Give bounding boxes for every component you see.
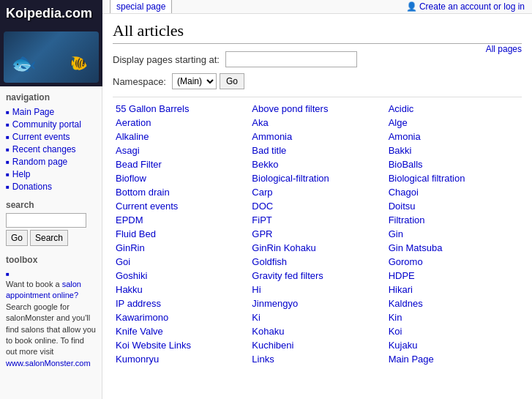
salonmonster-link[interactable]: www.salonMonster.com <box>6 359 91 368</box>
article-link[interactable]: Hikari <box>389 284 413 295</box>
article-link[interactable]: Goromo <box>389 256 423 267</box>
article-link[interactable]: Jinmengyo <box>252 298 298 309</box>
article-link[interactable]: Kin <box>389 312 402 323</box>
go-button[interactable]: Go <box>6 230 28 246</box>
table-row: AlkalineAmmoniaAmonia <box>113 130 522 143</box>
article-link[interactable]: Aeration <box>116 117 151 128</box>
table-row: IP addressJinmengyoKaldnes <box>113 297 522 310</box>
article-link[interactable]: Bekko <box>252 159 278 170</box>
article-link[interactable]: Goldfish <box>252 256 287 267</box>
logo-fish-bg: 🐟 🐠 <box>4 31 99 83</box>
nav-link[interactable]: Community portal <box>12 119 81 130</box>
article-link[interactable]: Kumonryu <box>116 354 159 365</box>
table-row: Fluid BedGPRGin <box>113 227 522 241</box>
display-label: Display pages starting at: <box>113 54 220 65</box>
table-row: KumonryuLinksMain Page <box>113 352 522 366</box>
nav-link[interactable]: Main Page <box>12 107 54 117</box>
article-link[interactable]: Kawarimono <box>116 312 168 323</box>
article-link[interactable]: Koi Website Links <box>116 340 191 351</box>
article-link[interactable]: Above pond filters <box>252 103 328 114</box>
create-account-link[interactable]: Create an account or log in <box>419 1 525 12</box>
article-link[interactable]: Carp <box>252 187 272 198</box>
nav-link[interactable]: Recent changes <box>12 144 76 154</box>
nav-link[interactable]: Current events <box>12 132 70 142</box>
nav-item: Donations <box>6 180 97 193</box>
article-link[interactable]: Knife Valve <box>116 326 163 337</box>
nav-link[interactable]: Donations <box>12 182 52 192</box>
namespace-select[interactable]: (Main) <box>172 73 217 89</box>
article-link[interactable]: Biological-filtration <box>252 173 329 184</box>
display-row: Display pages starting at: <box>113 51 486 67</box>
top-right-links: 👤 Create an account or log in <box>406 1 525 12</box>
article-link[interactable]: Kaldnes <box>389 298 423 309</box>
article-link[interactable]: EPDM <box>116 215 143 225</box>
search-input[interactable] <box>6 213 86 228</box>
article-link[interactable]: Links <box>252 354 274 365</box>
article-link[interactable]: Main Page <box>389 354 434 365</box>
article-link[interactable]: Kujaku <box>389 340 418 351</box>
article-link[interactable]: 55 Gallon Barrels <box>116 103 189 114</box>
article-link[interactable]: Bottom drain <box>116 187 170 198</box>
article-link[interactable]: Gin <box>389 228 403 239</box>
article-link[interactable]: Fluid Bed <box>116 228 156 239</box>
article-link[interactable]: Filtration <box>389 215 425 225</box>
table-row: AsagiBad titleBakki <box>113 143 522 157</box>
article-link[interactable]: Bioflow <box>116 173 146 184</box>
nav-link[interactable]: Help <box>12 169 31 179</box>
article-link[interactable]: Gin Matsuba <box>389 242 443 253</box>
divider <box>113 97 522 97</box>
article-link[interactable]: Doitsu <box>389 201 416 212</box>
article-link[interactable]: Asagi <box>116 145 140 156</box>
article-link[interactable]: Chagoi <box>389 187 419 198</box>
toolbox-text: Want to book a salon appointment online?… <box>6 279 96 369</box>
article-link[interactable]: Alge <box>389 117 408 128</box>
table-row: Koi Website LinksKuchibeniKujaku <box>113 338 522 352</box>
article-link[interactable]: DOC <box>252 201 273 212</box>
navigation-section: navigation Main PageCommunity portalCurr… <box>0 86 102 195</box>
navigation-list: Main PageCommunity portalCurrent eventsR… <box>6 105 97 193</box>
go-button-main[interactable]: Go <box>220 73 244 89</box>
article-link[interactable]: BioBalls <box>389 159 423 170</box>
article-link[interactable]: Aka <box>252 117 268 128</box>
toolbox-title: toolbox <box>6 255 96 265</box>
article-link[interactable]: IP address <box>116 298 161 309</box>
article-link[interactable]: Ki <box>252 312 261 323</box>
article-link[interactable]: Gravity fed filters <box>252 270 323 281</box>
table-row: Knife ValveKohakuKoi <box>113 324 522 338</box>
article-link[interactable]: Koi <box>389 326 402 337</box>
articles-table: 55 Gallon BarrelsAbove pond filtersAcidi… <box>113 102 522 366</box>
article-link[interactable]: Current events <box>116 201 178 212</box>
table-row: Current eventsDOCDoitsu <box>113 199 522 213</box>
article-link[interactable]: Goshiki <box>116 270 147 281</box>
article-link[interactable]: Amonia <box>389 131 421 142</box>
table-row: KawarimonoKiKin <box>113 310 522 324</box>
table-row: GoshikiGravity fed filtersHDPE <box>113 269 522 283</box>
article-link[interactable]: Kuchibeni <box>252 340 293 351</box>
logo-area: Koipedia.com 🐟 🐠 <box>0 0 102 86</box>
article-link[interactable]: Kohaku <box>252 326 284 337</box>
table-row: GoiGoldfishGoromo <box>113 255 522 269</box>
article-link[interactable]: Goi <box>116 256 130 267</box>
article-link[interactable]: Biological filtration <box>389 173 465 184</box>
article-link[interactable]: Bad title <box>252 145 286 156</box>
article-link[interactable]: Hakku <box>116 284 143 295</box>
search-section: search Go Search <box>0 195 102 250</box>
search-button[interactable]: Search <box>30 230 68 246</box>
article-link[interactable]: FiPT <box>252 215 271 225</box>
nav-link[interactable]: Random page <box>12 157 67 167</box>
display-input[interactable] <box>225 51 357 67</box>
article-link[interactable]: GPR <box>252 228 272 239</box>
article-link[interactable]: Bakki <box>389 145 412 156</box>
navigation-title: navigation <box>6 92 97 102</box>
article-link[interactable]: Acidic <box>389 103 414 114</box>
article-link[interactable]: Alkaline <box>116 131 149 142</box>
all-pages-link[interactable]: All pages <box>486 44 522 54</box>
special-page-tab[interactable]: special page <box>110 0 172 13</box>
article-link[interactable]: Ammonia <box>252 131 292 142</box>
article-link[interactable]: HDPE <box>389 270 415 281</box>
article-link[interactable]: Hi <box>252 284 261 295</box>
nav-item: Current events <box>6 130 97 143</box>
article-link[interactable]: Bead Filter <box>116 159 162 170</box>
article-link[interactable]: GinRin <box>116 242 145 253</box>
article-link[interactable]: GinRin Kohaku <box>252 242 315 253</box>
